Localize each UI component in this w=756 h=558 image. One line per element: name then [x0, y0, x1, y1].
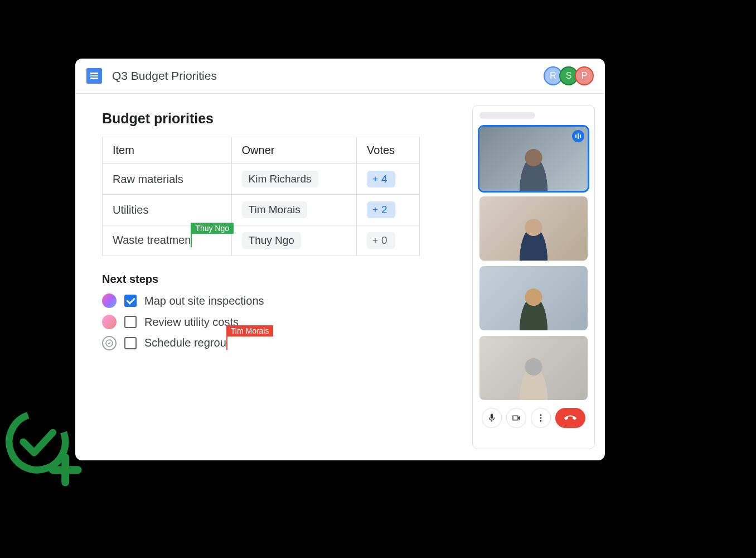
document-content[interactable]: Budget priorities Item Owner Votes Raw m…	[75, 94, 472, 460]
more-vertical-icon	[536, 413, 546, 423]
table-header-votes: Votes	[357, 137, 420, 164]
item-cell[interactable]: Utilities	[103, 195, 232, 225]
meet-controls	[479, 408, 588, 428]
assignee-avatar-group[interactable]	[102, 294, 117, 308]
meet-title-placeholder	[479, 112, 535, 119]
mic-icon	[487, 413, 497, 423]
plus-icon: +	[372, 235, 378, 246]
collaborator-avatars: R S P	[547, 66, 594, 85]
participant-video	[514, 283, 553, 330]
checklist-text[interactable]: Schedule regrouTim Morais	[144, 336, 227, 350]
item-cell[interactable]: Waste treatmenThuy Ngo	[103, 225, 232, 256]
owner-cell[interactable]: Kim Richards	[231, 164, 357, 195]
table-header-item: Item	[103, 137, 232, 164]
cursor-user-label: Tim Morais	[226, 325, 274, 336]
section-heading: Budget priorities	[102, 110, 445, 127]
meet-participant-tile[interactable]	[479, 336, 588, 400]
plus-icon: +	[372, 174, 378, 185]
checkbox[interactable]	[124, 337, 137, 349]
participant-video	[514, 143, 553, 191]
votes-cell[interactable]: +0	[357, 225, 420, 256]
checklist-item: Schedule regrouTim Morais	[102, 336, 445, 350]
svg-point-3	[540, 420, 542, 422]
phone-hangup-icon	[564, 412, 576, 424]
owner-cell[interactable]: Tim Morais	[231, 195, 357, 225]
votes-cell[interactable]: +2	[357, 195, 420, 225]
mic-button[interactable]	[482, 408, 502, 428]
docs-app-icon[interactable]	[86, 68, 102, 84]
cursor-user-label: Thuy Ngo	[191, 223, 234, 234]
meet-participant-tile[interactable]	[479, 196, 588, 261]
table-header-owner: Owner	[231, 137, 357, 164]
checklist-text[interactable]: Review utility costs	[144, 316, 239, 329]
budget-priorities-table: Item Owner Votes Raw materials Kim Richa…	[102, 137, 420, 256]
meet-side-panel	[472, 105, 595, 449]
checklist-item: Map out site inspections	[102, 294, 445, 308]
collaborator-cursor: Thuy Ngo	[191, 234, 192, 247]
checklist-text[interactable]: Map out site inspections	[144, 295, 264, 307]
camera-button[interactable]	[506, 408, 526, 428]
table-row: Waste treatmenThuy Ngo Thuy Ngo +0	[103, 225, 420, 256]
checklist-item: Review utility costs	[102, 315, 445, 329]
document-window: Q3 Budget Priorities R S P Budget priori…	[75, 59, 605, 460]
document-title[interactable]: Q3 Budget Priorities	[112, 69, 547, 83]
participant-video	[514, 353, 553, 400]
vote-chip[interactable]: +2	[367, 201, 395, 218]
assignee-avatar[interactable]	[102, 315, 117, 329]
participant-video	[514, 213, 553, 261]
owner-chip[interactable]: Thuy Ngo	[242, 232, 301, 249]
plus-icon: +	[372, 204, 378, 215]
vote-chip[interactable]: +4	[367, 171, 395, 187]
assign-add-icon[interactable]	[102, 336, 117, 350]
checkbox[interactable]	[124, 316, 137, 328]
camera-icon	[511, 413, 521, 423]
item-cell[interactable]: Raw materials	[103, 164, 232, 195]
meet-participant-tile[interactable]	[479, 127, 588, 191]
speaking-indicator-icon	[572, 130, 584, 142]
next-steps-section: Next steps Map out site inspections Revi…	[102, 273, 445, 350]
table-row: Raw materials Kim Richards +4	[103, 164, 420, 195]
checkbox[interactable]	[124, 295, 137, 307]
document-body: Budget priorities Item Owner Votes Raw m…	[75, 94, 605, 460]
votes-cell[interactable]: +4	[357, 164, 420, 195]
next-steps-heading: Next steps	[102, 273, 445, 286]
owner-chip[interactable]: Tim Morais	[242, 201, 307, 218]
document-header: Q3 Budget Priorities R S P	[75, 59, 605, 94]
svg-point-2	[540, 417, 542, 419]
hangup-button[interactable]	[555, 408, 585, 428]
more-options-button[interactable]	[531, 408, 551, 428]
collaborator-cursor: Tim Morais	[226, 336, 227, 350]
table-row: Utilities Tim Morais +2	[103, 195, 420, 225]
vote-chip[interactable]: +0	[367, 232, 395, 249]
collaborator-avatar[interactable]: P	[575, 66, 594, 85]
svg-point-1	[540, 414, 542, 416]
meet-participant-tile[interactable]	[479, 266, 588, 330]
owner-chip[interactable]: Kim Richards	[242, 171, 318, 187]
owner-cell[interactable]: Thuy Ngo	[231, 225, 357, 256]
task-add-overlay-icon	[4, 409, 83, 487]
